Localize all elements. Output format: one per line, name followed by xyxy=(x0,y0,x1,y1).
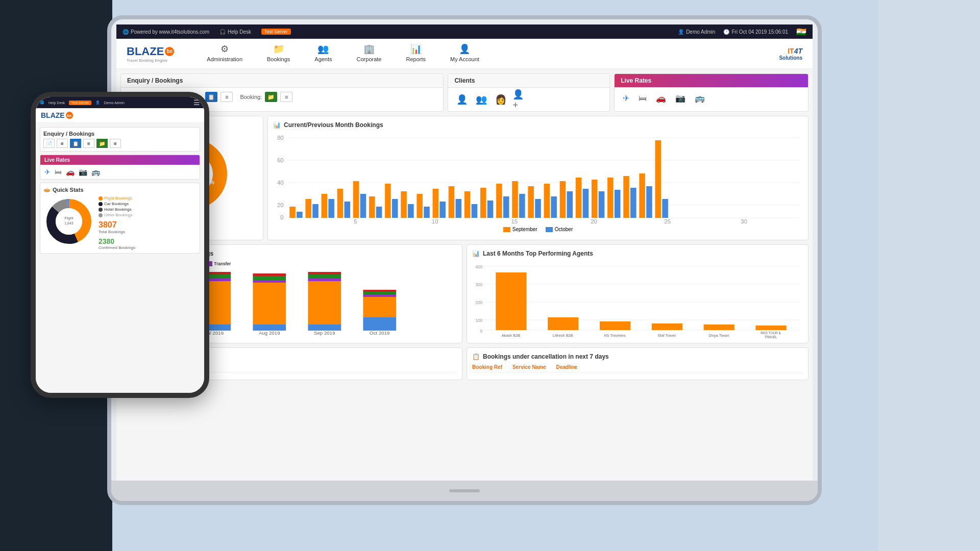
svg-rect-49 xyxy=(487,201,494,218)
quote-doc-btn[interactable]: 📋 xyxy=(205,92,217,102)
mobile-help-desk: Help Desk xyxy=(48,101,65,105)
mobile-flight-icon[interactable]: ✈ xyxy=(44,168,51,176)
mobile-enquiry-btn-5[interactable]: 📁 xyxy=(96,139,108,148)
client-female-icon[interactable]: 👩 xyxy=(493,92,508,107)
svg-text:200: 200 xyxy=(475,300,482,305)
cancellation-title: 📋 Bookings under cancellation in next 7 … xyxy=(472,353,803,360)
svg-rect-32 xyxy=(353,181,359,218)
svg-rect-89 xyxy=(253,276,286,280)
mobile-live-rates-header: Live Rates xyxy=(40,155,200,165)
nav-corporate[interactable]: 🏢 Corporate xyxy=(345,39,394,68)
mobile-globe-icon: 🌐 xyxy=(40,101,44,105)
svg-rect-28 xyxy=(322,194,328,218)
mobile-stats-content: Flight 1,843 Flight Bookings Car Booking… xyxy=(43,196,197,250)
mobile-enquiry-btn-3[interactable]: 📋 xyxy=(70,139,81,148)
svg-rect-43 xyxy=(439,202,446,218)
mobile-enquiry-btn-6[interactable]: ≡ xyxy=(110,139,121,148)
headset-icon: 🎧 xyxy=(219,29,226,35)
svg-rect-46 xyxy=(464,191,471,218)
mobile-enquiry-title: Enquiry / Bookings xyxy=(43,131,197,137)
mobile-enquiry-btn-2[interactable]: ≡ xyxy=(57,139,68,148)
svg-text:40: 40 xyxy=(277,180,284,186)
svg-text:HS Travelers: HS Travelers xyxy=(604,333,626,338)
svg-rect-69 xyxy=(646,186,652,218)
transfer-rate-icon[interactable]: 🚌 xyxy=(693,91,707,105)
svg-rect-47 xyxy=(472,204,478,218)
nav-agents[interactable]: 👥 Agents xyxy=(302,39,344,68)
svg-rect-61 xyxy=(583,189,589,218)
svg-text:Aug 2019: Aug 2019 xyxy=(259,331,280,336)
nav-account[interactable]: 👤 My Account xyxy=(438,39,492,68)
svg-text:10: 10 xyxy=(432,219,438,224)
laptop-bezel xyxy=(111,481,818,501)
october-legend: October xyxy=(546,227,573,232)
test-server-badge: Test Server xyxy=(261,29,291,35)
svg-rect-98 xyxy=(363,290,396,292)
hotel-rate-icon[interactable]: 🛏 xyxy=(636,92,649,105)
datetime-item: 🕐 Fri Oct 04 2019 15:06:01 xyxy=(723,29,788,35)
laptop-frame: 🌐 Powered by www.it4tsolutions.com 🎧 Hel… xyxy=(107,15,822,505)
mobile-live-rates-icons: ✈ 🛏 🚗 📷 🚌 xyxy=(40,165,200,179)
client-person-icon[interactable]: 👤 xyxy=(454,92,470,107)
enquiry-header: Enquiry / Bookings xyxy=(121,74,443,88)
svg-rect-40 xyxy=(416,194,423,218)
main-content: Enquiry / Bookings Enquiry: 📄 ≡ Quote: 📋… xyxy=(116,69,813,481)
globe-icon: 🌐 xyxy=(122,29,129,35)
mobile-hotel-icon[interactable]: 🛏 xyxy=(55,168,62,176)
top-bar: 🌐 Powered by www.it4tsolutions.com 🎧 Hel… xyxy=(116,24,813,39)
nav-administration[interactable]: ⚙ Administration xyxy=(194,39,255,68)
mobile-car-icon[interactable]: 🚗 xyxy=(66,168,75,176)
svg-rect-54 xyxy=(528,186,534,218)
mobile-enquiry-btn-4[interactable]: ≡ xyxy=(83,139,94,148)
nav-bookings[interactable]: 📁 Bookings xyxy=(255,39,302,68)
transfer-legend: Transfer xyxy=(207,261,231,266)
flight-rate-icon[interactable]: ✈ xyxy=(621,91,631,105)
svg-rect-92 xyxy=(253,324,286,331)
svg-text:25: 25 xyxy=(664,219,671,224)
svg-text:Flight: Flight xyxy=(64,216,73,220)
mobile-pie-icon: 🥧 xyxy=(43,186,51,193)
client-add-person-icon[interactable]: 👤+ xyxy=(512,92,528,107)
mobile-camera-icon[interactable]: 📷 xyxy=(79,168,87,176)
bar-chart-container: 80 60 40 20 0 xyxy=(273,133,803,224)
svg-rect-96 xyxy=(308,281,341,324)
svg-text:15: 15 xyxy=(511,219,518,224)
car-rate-icon[interactable]: 🚗 xyxy=(654,91,668,105)
client-group-icon[interactable]: 👥 xyxy=(474,92,489,107)
t4t-logo-container: IT4T Solutions xyxy=(779,47,802,61)
booking-folder-btn[interactable]: 📁 xyxy=(265,92,277,102)
clients-header: Clients xyxy=(448,74,609,88)
reports-icon: 📊 xyxy=(410,43,422,55)
sept-color xyxy=(503,227,510,232)
mobile-menu-icon[interactable]: ☰ xyxy=(193,98,200,107)
svg-rect-102 xyxy=(363,317,396,331)
admin-icon: ⚙ xyxy=(220,43,229,55)
mobile-test-server-badge: Test Server xyxy=(69,101,91,105)
flag-icon: 🇮🇳 xyxy=(796,27,806,37)
mobile-total-num: 3807 xyxy=(99,220,197,230)
svg-rect-55 xyxy=(535,199,541,218)
mobile-confirmed-label: Confirmed Bookings xyxy=(99,245,197,250)
booking-list-btn[interactable]: ≡ xyxy=(280,92,292,102)
mobile-total-label: Total Bookings xyxy=(99,230,197,234)
client-icons-row: 👤 👥 👩 👤+ xyxy=(454,92,603,107)
mobile-bus-icon[interactable]: 🚌 xyxy=(91,168,100,176)
quote-list-btn[interactable]: ≡ xyxy=(220,92,233,102)
mobile-stats-legend: Flight Bookings Car Bookings Hotel Booki… xyxy=(99,196,197,250)
svg-rect-31 xyxy=(345,202,351,218)
svg-text:80: 80 xyxy=(277,135,284,141)
nav-reports[interactable]: 📊 Reports xyxy=(394,39,438,68)
laptop-bar xyxy=(449,489,480,492)
live-rates-widget: Live Rates ✈ 🛏 🚗 📷 🚌 xyxy=(614,73,808,112)
tables-row: Bookings Service Name Client 📋 Bookings … xyxy=(120,347,808,380)
help-desk-link[interactable]: 🎧 Help Desk xyxy=(219,29,251,35)
svg-rect-66 xyxy=(623,176,629,218)
svg-rect-97 xyxy=(308,324,341,331)
sightseeing-rate-icon[interactable]: 📷 xyxy=(673,91,688,105)
svg-rect-34 xyxy=(369,196,375,218)
svg-rect-44 xyxy=(449,186,455,218)
nav-bar: BLAZE be Travel Booking Engine ⚙ Adminis… xyxy=(116,39,813,69)
mobile-enquiry-btn-1[interactable]: 📄 xyxy=(43,139,55,148)
logo-row: BLAZE be xyxy=(127,45,174,58)
demo-admin-item[interactable]: 👤 Demo Admin xyxy=(678,29,715,35)
